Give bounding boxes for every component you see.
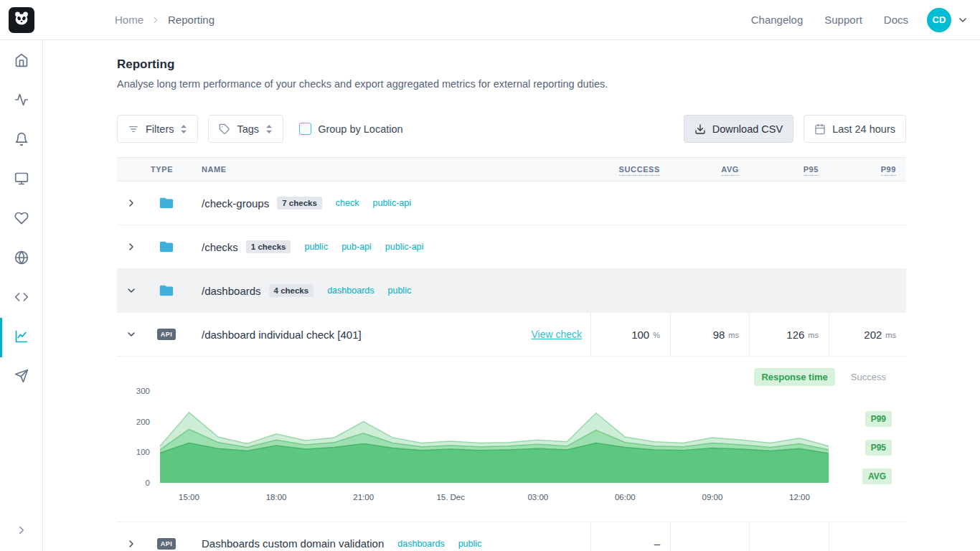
sidebar-item-alerts[interactable] xyxy=(0,121,43,160)
svg-text:21:00: 21:00 xyxy=(353,493,374,501)
tag-icon xyxy=(219,123,230,135)
svg-text:03:00: 03:00 xyxy=(527,493,548,501)
expand-chevron-icon[interactable] xyxy=(117,197,146,209)
group-name[interactable]: /dashboards xyxy=(202,285,261,297)
avg-value: 98 ms xyxy=(670,313,749,356)
area-chart-canvas[interactable]: 010020030015:0018:0021:0015. Dec03:0006:… xyxy=(117,385,863,509)
reporting-table: TYPE NAME SUCCESS AVG P95 P99 /check-gro… xyxy=(117,157,906,551)
sort-carets-icon xyxy=(180,124,187,134)
success-value: – xyxy=(590,522,670,551)
view-check-link[interactable]: View check xyxy=(531,329,590,340)
svg-text:300: 300 xyxy=(136,387,150,395)
tag-label[interactable]: pub-api xyxy=(341,242,372,252)
expand-chevron-icon[interactable] xyxy=(117,241,146,253)
filters-button[interactable]: Filters xyxy=(117,115,198,143)
topbar-links: Changelog Support Docs xyxy=(751,14,908,26)
app-logo[interactable] xyxy=(9,7,34,33)
sidebar-item-snippets[interactable] xyxy=(0,278,43,318)
check-count-badge: 4 checks xyxy=(269,284,314,297)
p95-value xyxy=(749,522,829,551)
col-header-success[interactable]: SUCCESS xyxy=(590,165,670,174)
group-name[interactable]: /check-groups xyxy=(202,197,269,209)
group-by-location-toggle[interactable]: Group by Location xyxy=(299,123,403,135)
tags-button-label: Tags xyxy=(237,123,259,135)
tag-label[interactable]: public-api xyxy=(372,198,411,208)
p95-series-badge[interactable]: P95 xyxy=(865,440,892,456)
response-time-chart: Response time Success 010020030015:0018:… xyxy=(117,357,906,522)
tag-label[interactable]: dashboards xyxy=(327,286,374,296)
legend-success[interactable]: Success xyxy=(851,372,886,382)
sidebar-expand-button[interactable] xyxy=(0,521,43,542)
sidebar-item-checks[interactable] xyxy=(0,81,43,121)
account-menu-chevron-down-icon[interactable] xyxy=(957,14,969,26)
sidebar-item-status[interactable] xyxy=(0,199,43,239)
sidebar-item-dashboards[interactable] xyxy=(0,160,43,199)
docs-link[interactable]: Docs xyxy=(884,14,908,26)
bell-icon xyxy=(14,132,29,149)
table-row-check-groups: /check-groups 7 checks check public-api xyxy=(117,182,906,225)
sidebar-item-launch[interactable] xyxy=(0,357,43,397)
home-icon xyxy=(14,53,29,70)
svg-text:200: 200 xyxy=(136,418,150,426)
chart-legend: Response time Success xyxy=(754,368,886,386)
filters-button-label: Filters xyxy=(146,123,174,135)
api-type-badge: API xyxy=(157,538,176,550)
time-range-label: Last 24 hours xyxy=(832,123,895,135)
chevron-right-icon xyxy=(15,524,28,540)
code-icon xyxy=(14,290,29,307)
tag-label[interactable]: dashboards xyxy=(397,539,444,549)
api-type-badge: API xyxy=(157,329,176,340)
heart-icon xyxy=(14,211,29,228)
svg-text:18:00: 18:00 xyxy=(266,493,287,501)
sidebar-item-home[interactable] xyxy=(0,42,43,81)
page-title: Reporting xyxy=(117,57,906,72)
tags-button[interactable]: Tags xyxy=(208,115,283,143)
page-subtitle: Analyse long term performance of your ch… xyxy=(117,78,906,90)
folder-icon xyxy=(146,283,187,298)
p99-series-badge[interactable]: P99 xyxy=(865,411,892,427)
breadcrumb: Home Reporting xyxy=(115,14,215,26)
svg-text:06:00: 06:00 xyxy=(615,493,636,501)
activity-icon xyxy=(14,93,29,110)
table-row-custom-domain: API Dashboards custom domain validation … xyxy=(117,522,906,551)
check-name[interactable]: Dashboards custom domain validation xyxy=(202,537,384,550)
col-header-avg[interactable]: AVG xyxy=(670,165,749,174)
group-by-location-label: Group by Location xyxy=(318,123,403,135)
check-name[interactable]: /dashboard individual check [401] xyxy=(202,329,362,341)
collapse-chevron-icon[interactable] xyxy=(117,285,146,296)
filter-icon xyxy=(128,123,139,135)
chart-icon xyxy=(14,329,29,347)
svg-text:15. Dec: 15. Dec xyxy=(436,493,465,501)
svg-text:12:00: 12:00 xyxy=(789,493,810,501)
breadcrumb-current: Reporting xyxy=(168,14,215,26)
support-link[interactable]: Support xyxy=(824,14,862,26)
avg-value xyxy=(670,522,749,551)
tag-label[interactable]: public xyxy=(388,286,412,296)
avg-series-badge[interactable]: AVG xyxy=(862,468,892,484)
table-row-dashboards: /dashboards 4 checks dashboards public xyxy=(117,269,906,313)
sidebar-item-reporting[interactable] xyxy=(0,318,43,357)
avatar[interactable]: CD xyxy=(927,8,951,32)
tag-label[interactable]: check xyxy=(336,198,359,208)
expand-chevron-icon[interactable] xyxy=(117,538,146,550)
tag-label[interactable]: public-api xyxy=(385,242,424,252)
download-csv-button[interactable]: Download CSV xyxy=(684,115,793,143)
table-header: TYPE NAME SUCCESS AVG P95 P99 xyxy=(117,157,906,182)
rocket-icon xyxy=(14,369,29,386)
breadcrumb-separator-icon xyxy=(151,15,161,25)
legend-response-time[interactable]: Response time xyxy=(754,368,834,386)
time-range-button[interactable]: Last 24 hours xyxy=(804,115,906,143)
changelog-link[interactable]: Changelog xyxy=(751,14,804,26)
group-name[interactable]: /checks xyxy=(202,241,238,253)
collapse-chevron-icon[interactable] xyxy=(117,329,146,340)
tag-label[interactable]: public xyxy=(458,539,482,549)
svg-text:09:00: 09:00 xyxy=(702,493,723,501)
group-by-location-checkbox[interactable] xyxy=(299,123,311,135)
breadcrumb-home[interactable]: Home xyxy=(115,14,143,26)
col-header-p99[interactable]: P99 xyxy=(829,165,906,174)
monitor-icon xyxy=(14,171,29,189)
col-header-p95[interactable]: P95 xyxy=(749,165,829,174)
toolbar: Filters Tags Group by Location xyxy=(117,115,906,143)
tag-label[interactable]: public xyxy=(304,242,328,252)
sidebar-item-locations[interactable] xyxy=(0,239,43,278)
